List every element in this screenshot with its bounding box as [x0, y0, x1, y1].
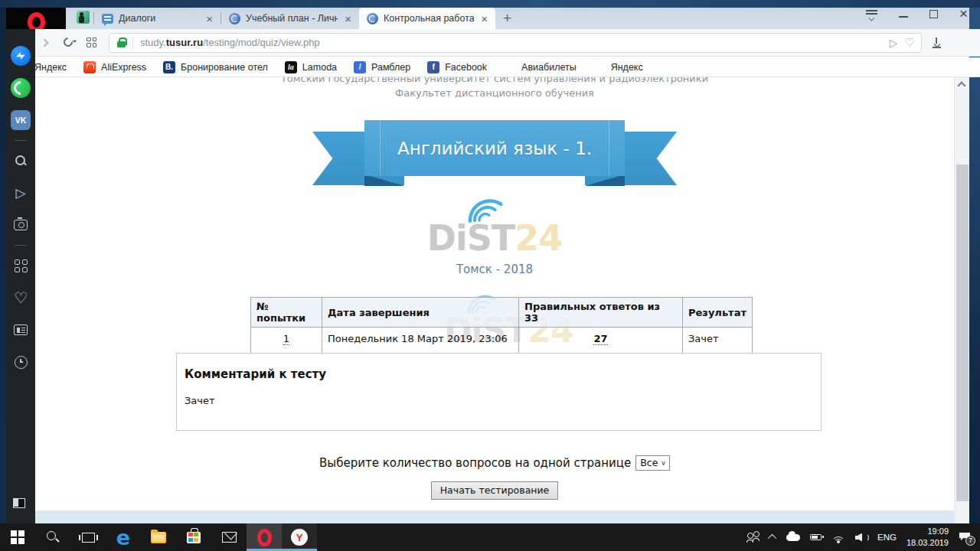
sidebar-item-history[interactable]: [6, 346, 35, 378]
sidebar-item-snapshot[interactable]: [6, 209, 35, 241]
pinned-tab-favicon[interactable]: [77, 11, 90, 24]
snapshot-icon: [14, 220, 28, 230]
sidebar-toggle[interactable]: [5, 487, 34, 519]
bookmark-booking[interactable]: B.Бронирование отел: [163, 61, 268, 73]
rambler-icon: /: [354, 61, 366, 73]
booking-icon: B.: [163, 61, 175, 73]
chat-bubble-icon: [102, 14, 113, 24]
sidebar-item-my-flow[interactable]: [6, 177, 35, 209]
tab-close-icon[interactable]: [204, 13, 214, 24]
reload-button[interactable]: [63, 37, 75, 49]
tab-dialogs[interactable]: Диалоги: [94, 8, 220, 29]
volume-icon[interactable]: [855, 533, 867, 543]
new-tab-button[interactable]: [495, 8, 519, 29]
ms-store-button[interactable]: [176, 523, 211, 551]
file-explorer-button[interactable]: [141, 523, 176, 551]
search-icon: [14, 154, 28, 168]
taskbar-search-button[interactable]: [35, 523, 70, 551]
opera-sidebar: VK: [6, 29, 35, 523]
tab-label: Учебный план - Личный: [246, 13, 338, 24]
tray-chevron-up-icon[interactable]: [768, 534, 776, 543]
sidebar-item-bookmarks[interactable]: [6, 282, 35, 314]
reload-icon: [62, 35, 75, 48]
task-view-button[interactable]: [70, 523, 106, 551]
maximize-icon[interactable]: [929, 10, 938, 18]
start-button[interactable]: [0, 523, 35, 551]
taskbar-clock[interactable]: 19:09 18.03.2019: [906, 526, 949, 549]
tab-tiles-button[interactable]: [86, 37, 98, 49]
language-indicator[interactable]: ENG: [877, 533, 897, 542]
mail-icon: [222, 532, 237, 543]
bookmark-yandex-2[interactable]: ЯЯндекс: [593, 61, 643, 73]
bookmark-rambler[interactable]: /Рамблер: [354, 61, 410, 73]
time: 19:09: [906, 526, 949, 537]
date: 18.03.2019: [906, 537, 949, 549]
tab-quiz-active[interactable]: Контрольная работа по д: [359, 8, 495, 29]
tab-close-icon[interactable]: [343, 13, 353, 24]
secure-lock-icon[interactable]: [117, 37, 126, 47]
bookmark-heart-icon[interactable]: [905, 37, 915, 48]
attempt-link[interactable]: 1: [283, 333, 289, 345]
comment-title: Комментарий к тесту: [185, 367, 326, 381]
sidebar-item-vk[interactable]: VK: [6, 104, 35, 136]
my-flow-share-icon[interactable]: [890, 37, 898, 48]
wifi-icon[interactable]: [831, 533, 845, 543]
battery-icon[interactable]: [810, 534, 822, 540]
chevron-down-icon: [661, 459, 666, 467]
yandex-browser-button[interactable]: Y: [282, 523, 317, 551]
onedrive-cloud-icon[interactable]: [786, 534, 800, 541]
vk-icon: VK: [11, 110, 31, 130]
screen: Диалоги Учебный план - Личный Контрольна…: [0, 0, 980, 551]
sidebar-panel-toggle-icon: [13, 498, 25, 508]
desktop-wallpaper-right: [969, 8, 980, 523]
aliexpress-icon: [83, 61, 96, 73]
mail-button[interactable]: [211, 523, 247, 551]
edge-button[interactable]: e: [106, 523, 141, 551]
per-page-select[interactable]: Все: [635, 455, 670, 471]
col-result: Результат: [683, 298, 753, 328]
facebook-icon: f: [427, 61, 439, 73]
my-flow-icon: [15, 185, 25, 201]
sidebar-item-news[interactable]: [6, 314, 35, 346]
bookmark-aliexpress[interactable]: AliExpress: [83, 61, 146, 73]
course-banner: Английский язык - 1.: [35, 120, 954, 189]
close-icon[interactable]: [959, 9, 968, 18]
url-field[interactable]: study.tusur.ru/testing/mod/quiz/view.php: [109, 33, 922, 53]
university-title: Томский государственный университет сист…: [35, 77, 954, 84]
scroll-up-icon[interactable]: [957, 81, 965, 90]
desktop-wallpaper-top: [0, 0, 980, 8]
sidebar-item-search[interactable]: [6, 145, 35, 177]
scrollbar-thumb[interactable]: [956, 165, 969, 501]
sidebar-item-whatsapp[interactable]: [6, 72, 35, 104]
airplane-icon: ✈: [504, 61, 516, 73]
task-view-icon: [82, 533, 95, 543]
downloads-icon[interactable]: [931, 37, 942, 48]
tusur-favicon: [367, 13, 378, 24]
sidebar-item-speed-dial[interactable]: [6, 249, 35, 282]
per-page-row: Выберите количество вопросов на одной ст…: [35, 455, 954, 471]
correct-link[interactable]: 27: [593, 333, 607, 345]
scrollbar[interactable]: [954, 77, 969, 523]
tiles-icon: [87, 37, 96, 47]
start-test-button[interactable]: Начать тестирование: [431, 481, 559, 500]
taskbar-search-icon: [46, 530, 60, 544]
course-title: Английский язык - 1.: [397, 139, 592, 158]
tab-close-icon[interactable]: [479, 13, 489, 24]
forward-button[interactable]: [40, 37, 52, 49]
yandex-browser-icon: Y: [291, 529, 308, 546]
minimize-icon[interactable]: [899, 16, 908, 18]
bookmark-avia[interactable]: ✈Авиабилеты: [504, 61, 577, 73]
tab-curriculum[interactable]: Учебный план - Личный: [221, 8, 359, 29]
yandex-icon: Я: [593, 61, 606, 73]
people-icon[interactable]: [746, 532, 760, 543]
forward-icon: [40, 38, 48, 47]
col-finished: Дата завершения: [322, 298, 519, 328]
opera-taskbar-button[interactable]: [247, 523, 282, 551]
ms-store-icon: [187, 532, 201, 543]
sidebar-item-messenger[interactable]: [6, 40, 35, 72]
tab-menu-icon[interactable]: [866, 9, 877, 18]
action-center-icon[interactable]: 7: [959, 532, 972, 543]
start-test-row: Начать тестирование: [35, 481, 954, 500]
bookmark-lamoda[interactable]: laLamoda: [285, 61, 337, 73]
bookmark-facebook[interactable]: fFacebook: [427, 61, 487, 73]
